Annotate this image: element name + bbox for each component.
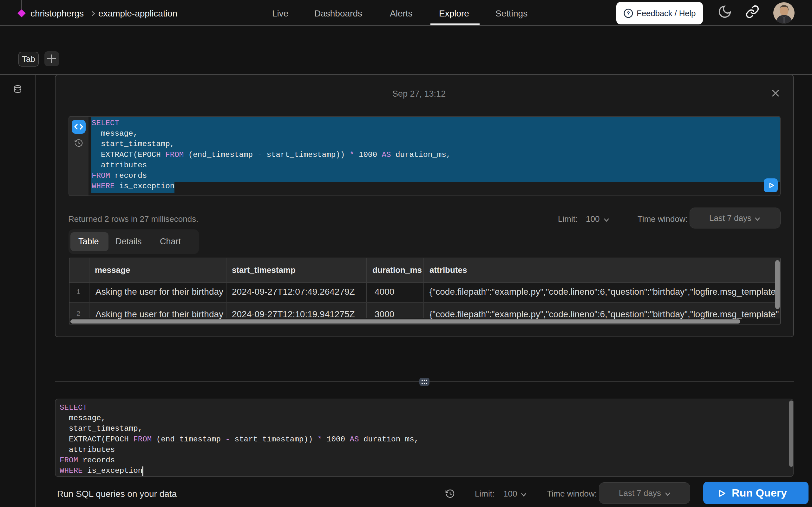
svg-text:?: ? <box>627 11 630 16</box>
